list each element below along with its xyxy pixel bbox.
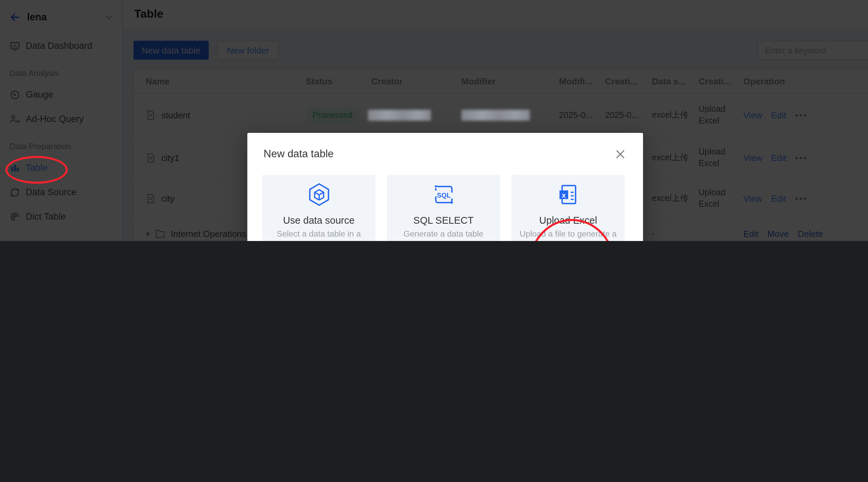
app-window: lena Data Dashboard Data Analysis Gauge … <box>0 0 868 241</box>
modifier-redacted <box>461 110 530 121</box>
card-description: Select a data table in a connected data … <box>269 228 369 241</box>
card-description: Generate a data table using the SQL SELE… <box>394 228 493 241</box>
svg-text:x: x <box>561 191 565 199</box>
card-upload-excel[interactable]: x Upload Excel Upload a file to generate… <box>512 175 625 241</box>
excel-icon: x <box>555 182 581 207</box>
data-source-cube-icon <box>306 182 332 207</box>
card-title: SQL SELECT <box>387 215 500 226</box>
sql-icon: SQL <box>431 182 456 207</box>
card-description: Upload a file to generate a data table <box>518 228 618 241</box>
new-data-table-modal: New data table Use data source Select a … <box>247 133 643 241</box>
card-title: Use data source <box>262 215 375 226</box>
modal-title: New data table <box>264 148 334 160</box>
svg-text:SQL: SQL <box>437 192 451 199</box>
close-icon[interactable] <box>615 149 625 159</box>
creation-options: Use data source Select a data table in a… <box>262 175 625 241</box>
card-sql-select[interactable]: SQL SQL SELECT Generate a data table usi… <box>387 175 500 241</box>
creator-redacted <box>368 110 431 121</box>
card-use-data-source[interactable]: Use data source Select a data table in a… <box>262 175 375 241</box>
card-title: Upload Excel <box>512 215 625 226</box>
